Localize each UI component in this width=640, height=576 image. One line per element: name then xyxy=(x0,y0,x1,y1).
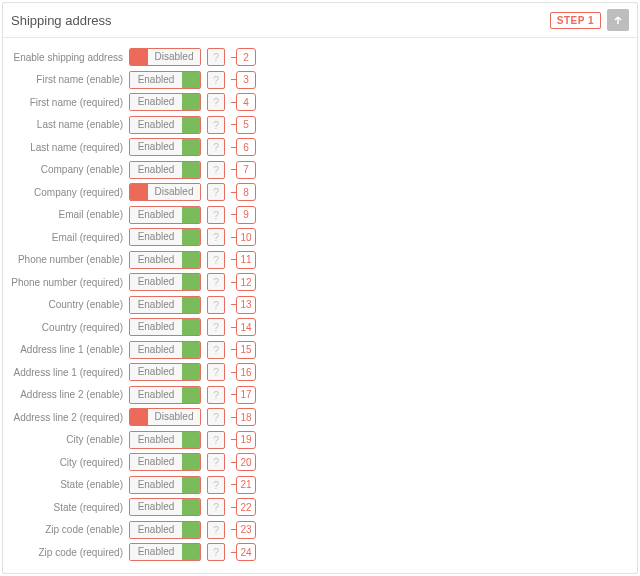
help-button[interactable]: ? xyxy=(207,273,225,291)
setting-row: Last name (enable)Enabled?5 xyxy=(11,116,629,134)
setting-row: Zip code (enable)Enabled?23 xyxy=(11,521,629,539)
help-button[interactable]: ? xyxy=(207,48,225,66)
panel-header: Shipping address STEP 1 xyxy=(3,3,637,38)
toggle-state-label: Enabled xyxy=(130,229,182,245)
help-button[interactable]: ? xyxy=(207,93,225,111)
help-button[interactable]: ? xyxy=(207,228,225,246)
toggle-switch[interactable]: Disabled xyxy=(129,183,201,201)
setting-label: Last name (required) xyxy=(11,142,123,153)
toggle-switch[interactable]: Disabled xyxy=(129,408,201,426)
toggle-handle xyxy=(182,477,200,493)
toggle-switch[interactable]: Enabled xyxy=(129,476,201,494)
setting-label: Last name (enable) xyxy=(11,119,123,130)
annotation-badge: 14 xyxy=(236,318,256,336)
setting-label: Address line 2 (required) xyxy=(11,412,123,423)
toggle-switch[interactable]: Enabled xyxy=(129,363,201,381)
toggle-switch[interactable]: Enabled xyxy=(129,71,201,89)
toggle-handle xyxy=(182,252,200,268)
toggle-switch[interactable]: Enabled xyxy=(129,228,201,246)
toggle-state-label: Disabled xyxy=(148,184,200,200)
toggle-state-label: Enabled xyxy=(130,139,182,155)
toggle-state-label: Enabled xyxy=(130,274,182,290)
help-button[interactable]: ? xyxy=(207,476,225,494)
setting-label: Country (required) xyxy=(11,322,123,333)
toggle-switch[interactable]: Disabled xyxy=(129,48,201,66)
toggle-switch[interactable]: Enabled xyxy=(129,138,201,156)
toggle-state-label: Enabled xyxy=(130,454,182,470)
setting-label: Enable shipping address xyxy=(11,52,123,63)
toggle-switch[interactable]: Enabled xyxy=(129,206,201,224)
setting-label: Phone number (required) xyxy=(11,277,123,288)
toggle-handle xyxy=(182,207,200,223)
panel-title: Shipping address xyxy=(11,13,111,28)
toggle-handle xyxy=(182,522,200,538)
setting-row: Country (enable)Enabled?13 xyxy=(11,296,629,314)
setting-label: Address line 2 (enable) xyxy=(11,389,123,400)
setting-row: City (required)Enabled?20 xyxy=(11,453,629,471)
help-button[interactable]: ? xyxy=(207,521,225,539)
toggle-switch[interactable]: Enabled xyxy=(129,521,201,539)
setting-label: Address line 1 (enable) xyxy=(11,344,123,355)
annotation-badge: 19 xyxy=(236,431,256,449)
annotation-badge: 13 xyxy=(236,296,256,314)
toggle-state-label: Disabled xyxy=(148,409,200,425)
toggle-state-label: Enabled xyxy=(130,297,182,313)
help-button[interactable]: ? xyxy=(207,431,225,449)
toggle-switch[interactable]: Enabled xyxy=(129,318,201,336)
collapse-button[interactable] xyxy=(607,9,629,31)
toggle-switch[interactable]: Enabled xyxy=(129,431,201,449)
toggle-handle xyxy=(182,364,200,380)
annotation-badge: 11 xyxy=(236,251,256,269)
annotation-badge: 24 xyxy=(236,543,256,561)
toggle-switch[interactable]: Enabled xyxy=(129,273,201,291)
annotation-badge: 12 xyxy=(236,273,256,291)
toggle-state-label: Disabled xyxy=(148,49,200,65)
help-button[interactable]: ? xyxy=(207,183,225,201)
setting-label: City (required) xyxy=(11,457,123,468)
toggle-switch[interactable]: Enabled xyxy=(129,386,201,404)
help-button[interactable]: ? xyxy=(207,543,225,561)
annotation-badge: 4 xyxy=(236,93,256,111)
toggle-switch[interactable]: Enabled xyxy=(129,498,201,516)
toggle-switch[interactable]: Enabled xyxy=(129,296,201,314)
toggle-switch[interactable]: Enabled xyxy=(129,93,201,111)
annotation-badge: 23 xyxy=(236,521,256,539)
toggle-switch[interactable]: Enabled xyxy=(129,341,201,359)
annotation-badge: 8 xyxy=(236,183,256,201)
toggle-handle xyxy=(130,49,148,65)
annotation-badge: 6 xyxy=(236,138,256,156)
help-button[interactable]: ? xyxy=(207,138,225,156)
toggle-handle xyxy=(130,409,148,425)
setting-row: Email (enable)Enabled?9 xyxy=(11,206,629,224)
toggle-switch[interactable]: Enabled xyxy=(129,453,201,471)
help-button[interactable]: ? xyxy=(207,498,225,516)
help-button[interactable]: ? xyxy=(207,116,225,134)
toggle-handle xyxy=(182,162,200,178)
toggle-state-label: Enabled xyxy=(130,162,182,178)
toggle-switch[interactable]: Enabled xyxy=(129,116,201,134)
setting-row: Company (required)Disabled?8 xyxy=(11,183,629,201)
help-button[interactable]: ? xyxy=(207,363,225,381)
setting-row: First name (enable)Enabled?3 xyxy=(11,71,629,89)
annotation-badge: 3 xyxy=(236,71,256,89)
help-button[interactable]: ? xyxy=(207,251,225,269)
help-button[interactable]: ? xyxy=(207,71,225,89)
toggle-state-label: Enabled xyxy=(130,117,182,133)
help-button[interactable]: ? xyxy=(207,453,225,471)
toggle-switch[interactable]: Enabled xyxy=(129,543,201,561)
panel-body: Enable shipping addressDisabled?2First n… xyxy=(3,38,637,573)
help-button[interactable]: ? xyxy=(207,318,225,336)
help-button[interactable]: ? xyxy=(207,161,225,179)
setting-row: State (required)Enabled?22 xyxy=(11,498,629,516)
setting-row: Company (enable)Enabled?7 xyxy=(11,161,629,179)
help-button[interactable]: ? xyxy=(207,206,225,224)
help-button[interactable]: ? xyxy=(207,386,225,404)
toggle-switch[interactable]: Enabled xyxy=(129,251,201,269)
toggle-switch[interactable]: Enabled xyxy=(129,161,201,179)
help-button[interactable]: ? xyxy=(207,296,225,314)
annotation-badge: 9 xyxy=(236,206,256,224)
help-button[interactable]: ? xyxy=(207,408,225,426)
help-button[interactable]: ? xyxy=(207,341,225,359)
setting-label: Phone number (enable) xyxy=(11,254,123,265)
setting-label: State (required) xyxy=(11,502,123,513)
